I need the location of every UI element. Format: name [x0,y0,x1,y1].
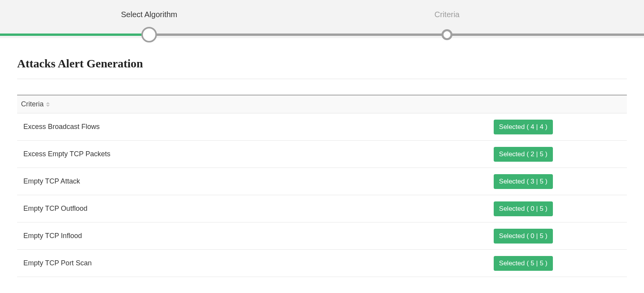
table-row: Empty TCP Port Scan Selected ( 5 | 5 ) [17,250,627,277]
sort-up-icon [46,102,50,104]
criteria-label: Empty TCP Outflood [21,205,87,213]
selected-badge[interactable]: Selected ( 0 | 5 ) [494,201,553,216]
criteria-label: Empty TCP Port Scan [21,259,91,267]
step-dot-criteria[interactable] [442,29,452,40]
criteria-label: Excess Empty TCP Packets [21,150,110,158]
column-header-criteria[interactable]: Criteria [21,100,44,108]
step-label-criteria[interactable]: Criteria [435,10,459,19]
criteria-label: Excess Broadcast Flows [21,123,100,131]
table-row: Excess Empty TCP Packets Selected ( 2 | … [17,141,627,168]
stepper-track-fill [0,34,149,36]
stepper: Select Algorithm Criteria [0,0,644,38]
table-row: Excess Broadcast Flows Selected ( 4 | 4 … [17,113,627,141]
content: Attacks Alert Generation Criteria Excess… [0,38,644,277]
table-row: Empty TCP Outflood Selected ( 0 | 5 ) [17,195,627,222]
table-row: Empty TCP Attack Selected ( 3 | 5 ) [17,168,627,195]
table-header: Criteria [17,95,627,113]
criteria-label: Empty TCP Attack [21,177,80,185]
step-label-select-algorithm[interactable]: Select Algorithm [121,10,178,19]
step-dot-select-algorithm[interactable] [141,27,157,42]
page-title: Attacks Alert Generation [17,57,627,70]
selected-badge[interactable]: Selected ( 4 | 4 ) [494,120,553,134]
selected-badge[interactable]: Selected ( 3 | 5 ) [494,174,553,189]
selected-badge[interactable]: Selected ( 0 | 5 ) [494,229,553,244]
sort-down-icon [46,105,50,107]
criteria-label: Empty TCP Inflood [21,232,82,240]
sort-icon[interactable] [46,102,50,107]
table-row: Empty TCP Inflood Selected ( 0 | 5 ) [17,222,627,250]
selected-badge[interactable]: Selected ( 5 | 5 ) [494,256,553,271]
selected-badge[interactable]: Selected ( 2 | 5 ) [494,147,553,162]
divider [17,79,627,79]
